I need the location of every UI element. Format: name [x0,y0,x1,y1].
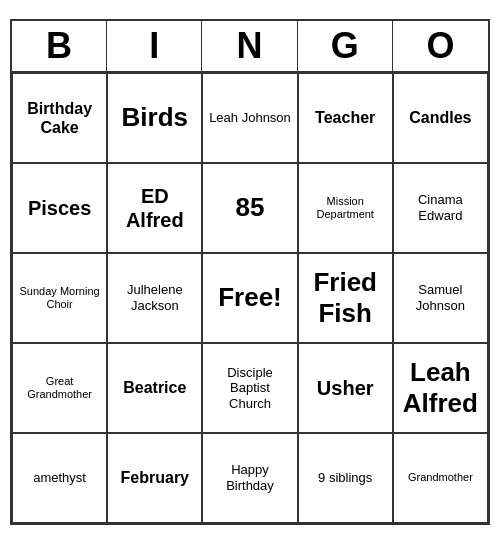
bingo-grid: Birthday CakeBirdsLeah JohnsonTeacherCan… [12,73,488,523]
bingo-cell: Leah Alfred [393,343,488,433]
bingo-card: BINGO Birthday CakeBirdsLeah JohnsonTeac… [10,19,490,525]
bingo-header: BINGO [12,21,488,73]
cell-text: 85 [236,192,265,223]
bingo-cell: Usher [298,343,393,433]
bingo-cell: Birds [107,73,202,163]
cell-text: Cinama Edward [398,192,483,223]
cell-text: Fried Fish [303,267,388,329]
cell-text: February [121,468,189,487]
cell-text: Julhelene Jackson [112,282,197,313]
bingo-cell: Fried Fish [298,253,393,343]
bingo-cell: Grandmother [393,433,488,523]
bingo-cell: Pisces [12,163,107,253]
header-letter: G [298,21,393,71]
cell-text: Birds [122,102,188,133]
bingo-cell: Mission Department [298,163,393,253]
cell-text: Candles [409,108,471,127]
bingo-cell: Samuel Johnson [393,253,488,343]
cell-text: Sunday Morning Choir [17,285,102,311]
cell-text: Leah Alfred [398,357,483,419]
bingo-cell: 85 [202,163,297,253]
cell-text: Happy Birthday [207,462,292,493]
cell-text: ED Alfred [112,184,197,232]
cell-text: amethyst [33,470,86,486]
header-letter: O [393,21,488,71]
bingo-cell: Candles [393,73,488,163]
bingo-cell: Cinama Edward [393,163,488,253]
bingo-cell: Happy Birthday [202,433,297,523]
bingo-cell: Birthday Cake [12,73,107,163]
header-letter: N [202,21,297,71]
cell-text: Leah Johnson [209,110,291,126]
bingo-cell: 9 siblings [298,433,393,523]
cell-text: Pisces [28,196,91,220]
cell-text: Great Grandmother [17,375,102,401]
bingo-cell: Julhelene Jackson [107,253,202,343]
bingo-cell: amethyst [12,433,107,523]
cell-text: 9 siblings [318,470,372,486]
bingo-cell: Disciple Baptist Church [202,343,297,433]
cell-text: Birthday Cake [17,99,102,137]
bingo-cell: Beatrice [107,343,202,433]
cell-text: Beatrice [123,378,186,397]
cell-text: Samuel Johnson [398,282,483,313]
cell-text: Mission Department [303,195,388,221]
cell-text: Disciple Baptist Church [207,365,292,412]
bingo-cell: February [107,433,202,523]
bingo-cell: ED Alfred [107,163,202,253]
cell-text: Teacher [315,108,375,127]
header-letter: B [12,21,107,71]
bingo-cell: Teacher [298,73,393,163]
cell-text: Usher [317,376,374,400]
bingo-cell: Leah Johnson [202,73,297,163]
bingo-cell: Great Grandmother [12,343,107,433]
bingo-cell: Free! [202,253,297,343]
cell-text: Grandmother [408,471,473,484]
header-letter: I [107,21,202,71]
bingo-cell: Sunday Morning Choir [12,253,107,343]
cell-text: Free! [218,282,282,313]
